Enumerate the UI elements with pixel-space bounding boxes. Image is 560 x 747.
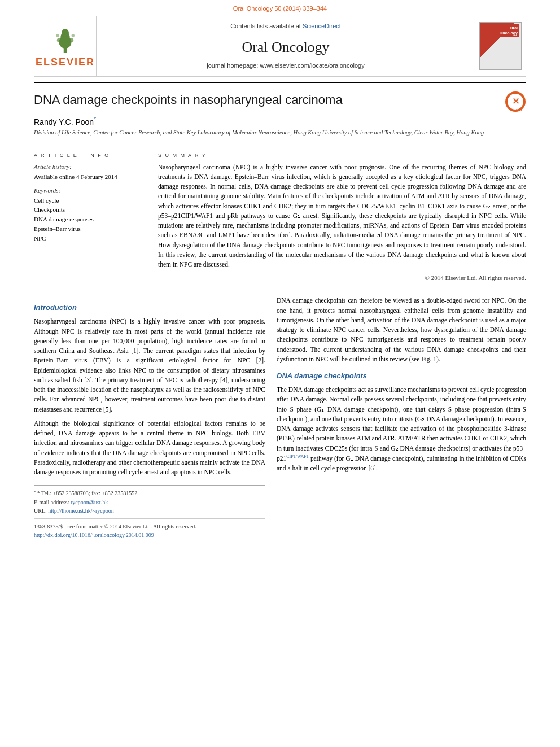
top-divider — [34, 82, 526, 83]
svg-point-7 — [72, 34, 75, 37]
journal-thumbnail: OralOncology — [475, 16, 526, 76]
journal-title: Oral Oncology — [242, 37, 329, 58]
svg-point-6 — [56, 34, 59, 37]
body-right-column: DNA damage checkpoints can therefore be … — [277, 296, 526, 539]
journal-thumb-label: OralOncology — [482, 24, 519, 37]
right-intro-para: DNA damage checkpoints can therefore be … — [277, 296, 526, 364]
keywords-label: Keywords: — [34, 186, 147, 195]
elsevier-logo: ELSEVIER — [36, 23, 95, 69]
then-word: then — [427, 435, 439, 442]
svg-point-3 — [62, 29, 69, 37]
keyword-4: Epstein–Barr virus — [34, 225, 147, 234]
article-title-section: DNA damage checkpoints in nasopharyngeal… — [34, 91, 526, 112]
doi-line: http://dx.doi.org/10.1016/j.oraloncology… — [34, 531, 265, 539]
author-affiliation: Division of Life Science, Center for Can… — [34, 128, 526, 137]
keyword-1: Cell cycle — [34, 196, 147, 206]
footnote-email-line: E-mail address: rycpoon@ust.hk — [34, 498, 265, 506]
body-left-column: Introduction Nasopharyngeal carcinoma (N… — [34, 296, 265, 539]
author-footnote-marker: * — [94, 116, 96, 123]
footer-divider — [34, 518, 265, 519]
intro-heading: Introduction — [34, 303, 265, 313]
svg-point-5 — [69, 38, 73, 42]
elsevier-logo-section: ELSEVIER — [34, 16, 97, 76]
doi-link[interactable]: http://dx.doi.org/10.1016/j.oraloncology… — [34, 532, 154, 538]
journal-header: ELSEVIER Contents lists available at Sci… — [34, 16, 526, 77]
keyword-2: Checkpoints — [34, 206, 147, 215]
copyright-line: © 2014 Elsevier Ltd. All rights reserved… — [158, 274, 526, 283]
history-label: Article history: — [34, 163, 147, 172]
history-value: Available online 4 February 2014 — [34, 173, 147, 182]
intro-para-1: Nasopharyngeal carcinoma (NPC) is a high… — [34, 317, 265, 414]
journal-cover-thumb: OralOncology — [479, 22, 522, 70]
body-two-col: Introduction Nasopharyngeal carcinoma (N… — [34, 296, 526, 539]
summary-label: S U M M A R Y — [158, 152, 526, 159]
footnote-star-line: * * Tel.: +852 23588703; fax: +852 23581… — [34, 489, 265, 497]
summary-text: Nasopharyngeal carcinoma (NPC) is a high… — [158, 163, 526, 270]
summary-column: S U M M A R Y Nasopharyngeal carcinoma (… — [158, 148, 526, 283]
contents-available-line: Contents lists available at ScienceDirec… — [230, 22, 341, 31]
keywords-section: Keywords: Cell cycle Checkpoints DNA dam… — [34, 186, 147, 244]
article-info-column: A R T I C L E I N F O Article history: A… — [34, 148, 147, 283]
article-history: Article history: Available online 4 Febr… — [34, 163, 147, 182]
section-divider — [34, 142, 526, 142]
body-divider — [34, 289, 526, 289]
elsevier-brand-text: ELSEVIER — [36, 55, 95, 69]
svg-text:✕: ✕ — [512, 97, 519, 106]
svg-point-4 — [57, 38, 61, 42]
main-content: DNA damage checkpoints in nasopharyngeal… — [0, 82, 560, 539]
dna-damage-para: The DNA damage checkpoints act as survei… — [277, 385, 526, 473]
author-name: Randy Y.C. Poon* — [34, 116, 526, 128]
footnote-url-line: URL: http://lhome.ust.hk/~rycpoon — [34, 506, 265, 515]
article-info-summary-section: A R T I C L E I N F O Article history: A… — [34, 148, 526, 283]
keywords-list: Cell cycle Checkpoints DNA damage respon… — [34, 196, 147, 244]
keyword-3: DNA damage responses — [34, 215, 147, 224]
url-link[interactable]: http://lhome.ust.hk/~rycpoon — [48, 508, 114, 514]
journal-reference: Oral Oncology 50 (2014) 339–344 — [0, 0, 560, 16]
intro-para-2: Although the biological significance of … — [34, 419, 265, 478]
keyword-5: NPC — [34, 234, 147, 243]
elsevier-tree-icon — [50, 23, 81, 54]
article-title: DNA damage checkpoints in nasopharyngeal… — [34, 91, 499, 109]
dna-damage-heading: DNA damage checkpoints — [277, 371, 526, 382]
article-info-label: A R T I C L E I N F O — [34, 152, 147, 159]
copyright-notice: 1368-8375/$ - see front matter © 2014 El… — [34, 522, 265, 531]
sciencedirect-link[interactable]: ScienceDirect — [303, 23, 341, 29]
email-link[interactable]: rycpoon@ust.hk — [71, 499, 108, 505]
journal-center: Contents lists available at ScienceDirec… — [97, 16, 475, 76]
footnote-section: * * Tel.: +852 23588703; fax: +852 23581… — [34, 485, 265, 514]
svg-text:CrossMark: CrossMark — [509, 108, 523, 112]
journal-homepage: journal homepage: www.elsevier.com/locat… — [207, 62, 364, 71]
crossmark-icon: ✕ CrossMark — [505, 91, 526, 112]
